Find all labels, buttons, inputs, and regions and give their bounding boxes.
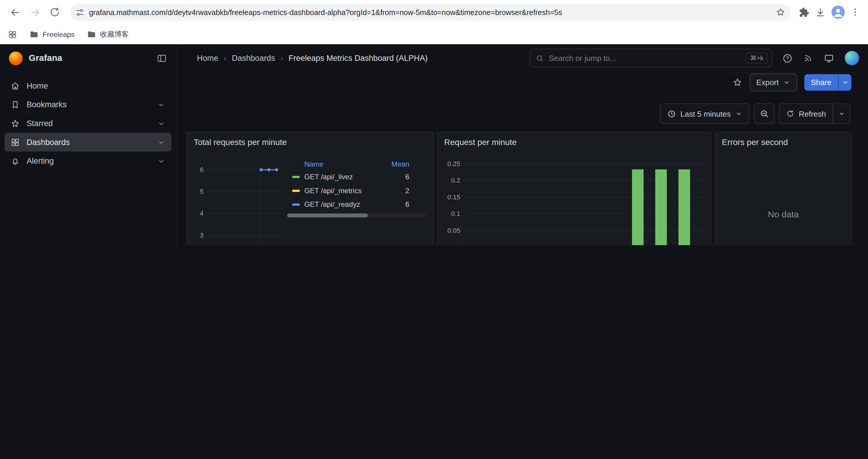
user-avatar[interactable] <box>845 51 859 65</box>
share-button[interactable]: Share <box>804 74 838 91</box>
brand-name: Grafana <box>29 53 62 63</box>
search-placeholder: Search or jump to... <box>549 54 617 63</box>
zoom-out-button[interactable] <box>754 103 774 124</box>
home-icon <box>11 81 20 90</box>
url-bar[interactable]: grafana.mathmast.com/d/deytv4rwavabkb/fr… <box>70 4 791 21</box>
scrollbar-thumb[interactable] <box>287 214 368 218</box>
browser-menu-icon[interactable] <box>850 7 860 17</box>
svg-text:0.1: 0.1 <box>451 210 460 218</box>
bookmark-star-icon[interactable] <box>776 7 785 17</box>
breadcrumb: Home › Dashboards › Freeleaps Metrics Da… <box>197 54 428 63</box>
sidebar-item-label: Home <box>27 81 48 90</box>
keyboard-shortcut-badge: ⌘+k <box>746 53 768 64</box>
sidebar-header: Grafana <box>0 44 176 72</box>
sidebar-item-label: Starred <box>27 119 53 128</box>
series-name: GET /api/_readyz <box>304 200 360 208</box>
extensions-icon[interactable] <box>799 7 809 18</box>
favorite-star-icon[interactable] <box>733 77 743 88</box>
request-per-minute-chart: 0.250.20.150.10.05017:37:0017:38:0017:39… <box>438 132 711 245</box>
browser-toolbar: grafana.mathmast.com/d/deytv4rwavabkb/fr… <box>0 0 868 24</box>
series-color-marker <box>292 189 300 191</box>
chevron-down-icon[interactable] <box>157 157 165 165</box>
refresh-interval-caret[interactable] <box>833 103 850 124</box>
legend-row[interactable]: GET /api/_livez6 <box>292 170 409 184</box>
breadcrumb-current: Freeleaps Metrics Dashboard (ALPHA) <box>289 54 428 63</box>
folder-icon <box>29 30 39 39</box>
monitor-icon[interactable] <box>824 53 834 64</box>
bookmark-item-freeleaps[interactable]: Freeleaps <box>29 30 74 39</box>
svg-text:?: ? <box>786 56 789 61</box>
svg-text:6: 6 <box>200 166 204 173</box>
site-settings-icon[interactable] <box>75 7 85 17</box>
search-icon <box>536 54 544 62</box>
export-button[interactable]: Export <box>750 73 797 91</box>
star-icon <box>11 119 20 128</box>
url-text: grafana.mathmast.com/d/deytv4rwavabkb/fr… <box>89 8 776 16</box>
grafana-logo-icon[interactable] <box>9 51 23 65</box>
breadcrumb-separator: › <box>224 54 226 62</box>
sidebar-nav: Home Bookmarks Starred Dashboards <box>0 72 176 174</box>
svg-text:3: 3 <box>200 232 204 239</box>
series-value: 6 <box>380 172 409 181</box>
sidebar-item-label: Bookmarks <box>27 100 67 109</box>
breadcrumb-dashboards[interactable]: Dashboards <box>232 54 275 63</box>
dashboards-icon <box>11 137 20 147</box>
svg-text:0.15: 0.15 <box>447 193 460 201</box>
download-icon[interactable] <box>815 6 826 18</box>
series-name: GET /api/_livez <box>304 172 353 181</box>
search-input[interactable]: Search or jump to... ⌘+k <box>529 49 772 68</box>
screen: grafana.mathmast.com/d/deytv4rwavabkb/fr… <box>0 0 868 245</box>
sidebar-item-home[interactable]: Home <box>4 76 172 95</box>
legend-column-name[interactable]: Name <box>292 160 374 168</box>
browser-profile-avatar[interactable] <box>831 6 845 19</box>
main-area: Home › Dashboards › Freeleaps Metrics Da… <box>176 44 868 245</box>
back-icon[interactable] <box>6 3 25 22</box>
legend-header: NameMean <box>292 158 409 170</box>
panel-errors-per-second: Errors per second No data <box>715 132 852 245</box>
sidebar-item-label: Dashboards <box>27 138 70 146</box>
share-label: Share <box>811 78 831 87</box>
sidebar-item-alerting[interactable]: Alerting <box>4 152 172 170</box>
panel-title[interactable]: Errors per second <box>715 132 851 147</box>
topbar-icons: ? <box>782 51 859 65</box>
series-color-marker <box>292 176 300 178</box>
sidebar-toggle-icon[interactable] <box>157 53 167 64</box>
time-range-picker[interactable]: Last 5 minutes <box>660 103 749 124</box>
grafana-app: Grafana Home Bookmarks Starred <box>0 44 868 245</box>
legend-row[interactable]: GET /api/_readyz6 <box>292 197 409 211</box>
top-bar: Home › Dashboards › Freeleaps Metrics Da… <box>176 44 868 72</box>
legend-scrollbar[interactable] <box>287 214 427 218</box>
reload-icon[interactable] <box>45 3 64 22</box>
sidebar-item-label: Alerting <box>27 157 54 165</box>
refresh-button[interactable]: Refresh <box>779 103 833 124</box>
sidebar: Grafana Home Bookmarks Starred <box>0 44 176 245</box>
breadcrumb-home[interactable]: Home <box>197 54 218 63</box>
forward-icon[interactable] <box>25 3 44 22</box>
series-value: 2 <box>380 186 409 195</box>
no-data-message: No data <box>715 210 851 220</box>
bookmark-icon <box>11 100 20 109</box>
chevron-down-icon[interactable] <box>157 100 165 109</box>
browser-actions <box>797 6 862 19</box>
bookmark-label: 收藏博客 <box>100 29 129 39</box>
share-menu-caret[interactable] <box>838 74 851 91</box>
rss-icon[interactable] <box>803 53 813 63</box>
refresh-label: Refresh <box>799 109 826 118</box>
help-icon[interactable]: ? <box>782 53 793 64</box>
sidebar-item-starred[interactable]: Starred <box>4 114 172 133</box>
refresh-split-button: Refresh <box>779 103 850 124</box>
svg-text:0.25: 0.25 <box>447 160 460 167</box>
svg-text:0: 0 <box>457 243 460 245</box>
legend-column[interactable]: Mean <box>380 160 409 168</box>
legend-row[interactable]: GET /api/_metrics2 <box>292 184 409 198</box>
folder-icon <box>87 30 96 39</box>
apps-grid-icon[interactable] <box>8 30 17 39</box>
chevron-down-icon[interactable] <box>157 138 165 146</box>
bookmark-item-blogs[interactable]: 收藏博客 <box>87 29 129 39</box>
svg-text:4: 4 <box>200 210 204 217</box>
panel-request-per-minute: Request per minute 0.250.20.150.10.05017… <box>437 132 711 245</box>
chevron-down-icon[interactable] <box>157 119 165 128</box>
panel-total-requests: Total requests per minute 6543217:40 Nam… <box>186 132 434 245</box>
sidebar-item-bookmarks[interactable]: Bookmarks <box>4 95 172 114</box>
sidebar-item-dashboards[interactable]: Dashboards <box>4 133 172 152</box>
